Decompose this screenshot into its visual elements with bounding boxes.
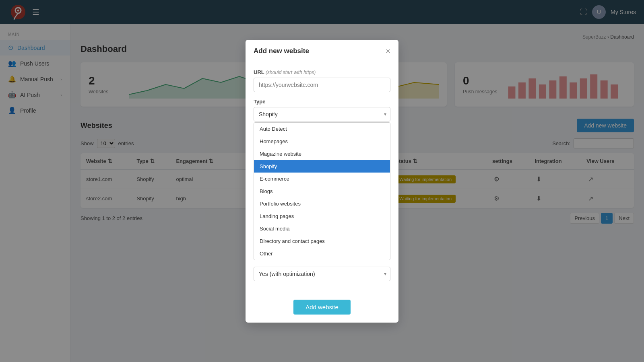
type-form-group: Type Auto Detect Homepages Magazine webs…	[254, 99, 390, 260]
dropdown-item-shopify[interactable]: Shopify	[254, 160, 390, 173]
dropdown-item-other[interactable]: Other	[254, 247, 390, 260]
modal-body: URL (should start with https) Type Auto …	[246, 61, 398, 296]
optimization-select[interactable]: Yes (with optimization) No	[254, 267, 390, 281]
dropdown-item-landing[interactable]: Landing pages	[254, 210, 390, 222]
type-dropdown-list: Auto Detect Homepages Magazine website S…	[254, 122, 390, 260]
modal-overlay[interactable]: Add new website × URL (should start with…	[0, 0, 644, 362]
dropdown-item-directory[interactable]: Directory and contact pages	[254, 235, 390, 247]
add-website-modal: Add new website × URL (should start with…	[246, 40, 398, 323]
add-website-button[interactable]: Add website	[293, 300, 351, 315]
type-select-wrapper: Auto Detect Homepages Magazine website S…	[254, 107, 390, 121]
type-label: Type	[254, 99, 390, 105]
type-select[interactable]: Auto Detect Homepages Magazine website S…	[254, 107, 390, 121]
dropdown-item-auto-detect[interactable]: Auto Detect	[254, 123, 390, 135]
optimization-select-wrapper: Yes (with optimization) No ▾	[254, 267, 390, 281]
dropdown-item-portfolio[interactable]: Portfolio websites	[254, 197, 390, 210]
url-input[interactable]	[254, 78, 390, 92]
url-form-group: URL (should start with https)	[254, 69, 390, 92]
modal-title: Add new website	[254, 47, 309, 55]
optimization-form-group: Yes (with optimization) No ▾	[254, 267, 390, 281]
dropdown-item-social[interactable]: Social media	[254, 222, 390, 235]
dropdown-item-magazine[interactable]: Magazine website	[254, 148, 390, 160]
dropdown-item-blogs[interactable]: Blogs	[254, 185, 390, 197]
url-note: (should start with https)	[266, 70, 316, 75]
modal-close-button[interactable]: ×	[386, 47, 390, 55]
modal-header: Add new website ×	[246, 40, 398, 61]
url-label: URL (should start with https)	[254, 69, 390, 75]
dropdown-item-homepages[interactable]: Homepages	[254, 135, 390, 148]
modal-footer: Add website	[246, 296, 398, 323]
dropdown-item-ecommerce[interactable]: E-commerce	[254, 173, 390, 185]
